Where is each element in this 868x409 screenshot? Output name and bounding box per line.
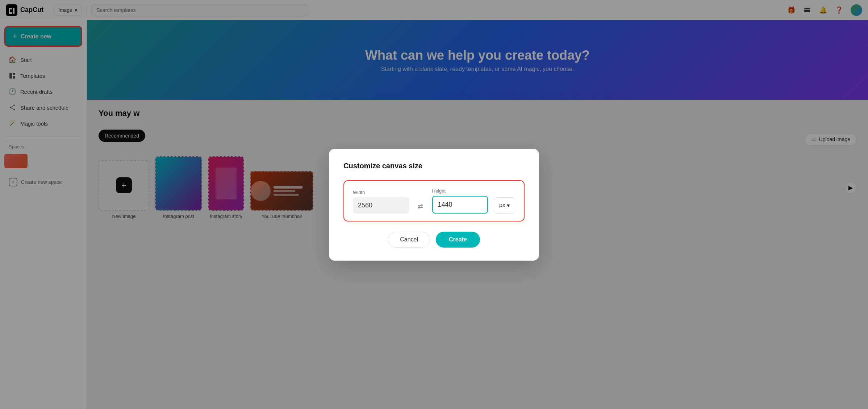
width-group: Width [353,190,409,214]
height-input[interactable] [432,196,488,214]
unit-dropdown[interactable]: px ▾ [494,197,515,214]
width-label: Width [353,190,409,195]
chevron-down-icon: ▾ [507,202,510,209]
modal-actions: Cancel Create [343,232,525,248]
create-button[interactable]: Create [436,232,480,248]
modal-title: Customize canvas size [343,162,525,170]
cancel-button[interactable]: Cancel [388,232,430,248]
width-input[interactable] [353,197,409,214]
canvas-size-form: Width ⇄ Height px ▾ [343,180,525,222]
swap-icon[interactable]: ⇄ [415,201,426,212]
height-label: Height [432,188,488,194]
height-group: Height [432,188,488,214]
canvas-size-modal: Customize canvas size Width ⇄ Height px … [329,149,539,261]
modal-overlay[interactable]: Customize canvas size Width ⇄ Height px … [0,0,868,409]
unit-value: px [499,202,505,208]
